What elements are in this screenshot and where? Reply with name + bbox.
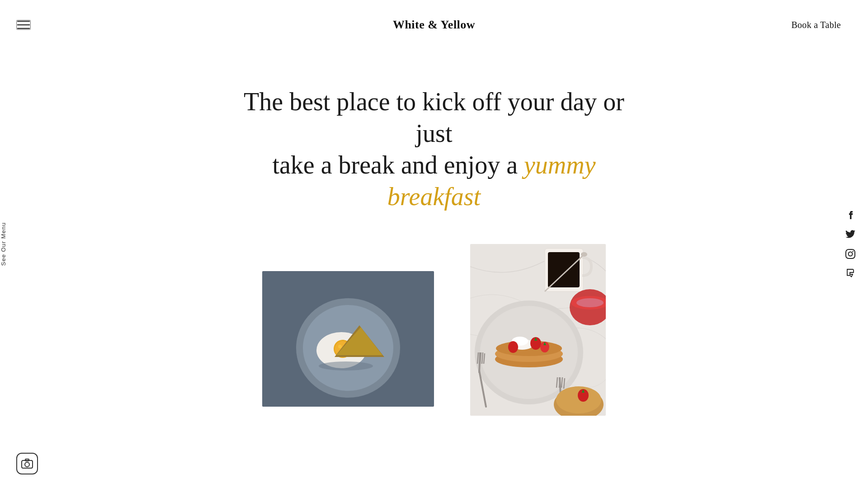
svg-point-5	[852, 251, 853, 252]
camera-icon	[16, 453, 38, 474]
hero-line2: take a break and enjoy a	[272, 151, 524, 179]
food-image-right	[470, 244, 606, 416]
svg-point-20	[581, 252, 587, 257]
see-menu-link[interactable]: See Our Menu	[0, 222, 7, 266]
svg-point-1	[25, 462, 29, 467]
twitter-icon[interactable]	[845, 229, 855, 239]
svg-point-4	[849, 252, 853, 256]
svg-point-23	[576, 298, 604, 307]
hamburger-menu-button[interactable]	[16, 20, 31, 30]
hamburger-line-1	[17, 21, 30, 22]
right-sidebar	[845, 209, 855, 279]
svg-point-15	[319, 361, 373, 371]
camera-icon-button[interactable]	[16, 453, 38, 474]
left-sidebar: See Our Menu	[0, 213, 7, 275]
facebook-icon[interactable]	[845, 209, 855, 219]
book-table-button[interactable]: Book a Table	[791, 20, 841, 30]
svg-point-35	[508, 341, 518, 353]
site-title: White & Yellow	[393, 18, 475, 32]
svg-rect-18	[548, 252, 580, 287]
instagram-icon[interactable]	[845, 249, 855, 259]
svg-rect-3	[846, 249, 855, 258]
svg-point-12	[338, 345, 342, 348]
header: White & Yellow Book a Table	[0, 0, 868, 50]
foursquare-icon[interactable]	[845, 269, 855, 279]
hamburger-line-3	[17, 28, 30, 29]
images-section	[172, 244, 696, 416]
hero-line1: The best place to kick off your day or j…	[244, 88, 624, 147]
hamburger-line-2	[17, 24, 30, 25]
main-content: The best place to kick off your day or j…	[0, 0, 868, 416]
food-image-left	[262, 271, 434, 407]
hero-text: The best place to kick off your day or j…	[231, 86, 637, 212]
svg-point-49	[556, 386, 601, 413]
